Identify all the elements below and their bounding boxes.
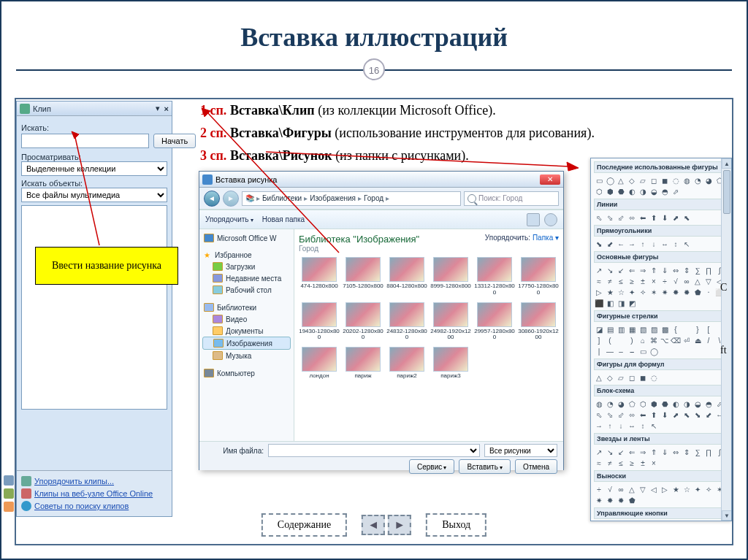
shape-item[interactable]: ⇓	[660, 265, 670, 275]
shape-item[interactable]: (	[605, 335, 615, 345]
shape-item[interactable]: △	[594, 372, 604, 383]
clip-close-button[interactable]: ×	[164, 104, 169, 113]
shape-item[interactable]: ↔	[660, 239, 670, 249]
shape-item[interactable]: ◻	[627, 372, 637, 383]
shape-item[interactable]: ⬅	[638, 212, 648, 223]
shape-item[interactable]: ◁	[649, 484, 659, 494]
shape-item[interactable]: ◍	[594, 399, 604, 409]
shape-item[interactable]: ⬢	[649, 399, 659, 409]
shape-item[interactable]: ↕	[671, 239, 681, 249]
shape-item[interactable]: ⬊	[594, 239, 604, 249]
shape-item[interactable]: ⬇	[660, 212, 670, 223]
shape-item[interactable]: ⬄	[627, 212, 637, 223]
fd-filename-input[interactable]	[268, 444, 480, 457]
thumb[interactable]: 8804-1280x800	[386, 257, 427, 296]
shape-item[interactable]: ⬟	[627, 495, 637, 505]
clip-organize-link[interactable]: Упорядочить клипы...	[21, 476, 167, 486]
sb-documents[interactable]: Документы	[202, 325, 291, 337]
shape-item[interactable]: ⬂	[605, 212, 615, 223]
shape-item[interactable]: }	[692, 324, 703, 334]
shape-item[interactable]: ∏	[703, 265, 714, 275]
shape-item[interactable]: ⬉	[682, 410, 692, 420]
clip-tips-link[interactable]: Советы по поиску клипов	[21, 501, 167, 511]
side-icon-1[interactable]	[4, 475, 14, 486]
shape-item[interactable]: ⌫	[671, 335, 681, 345]
thumb[interactable]: 19430-1280x800	[299, 302, 340, 342]
shape-item[interactable]: ⌥	[660, 335, 670, 345]
shape-item[interactable]: ⬃	[616, 410, 626, 420]
shape-item[interactable]: ⇓	[660, 447, 670, 457]
shape-item[interactable]: ⬁	[594, 410, 604, 420]
shape-item[interactable]: ]	[594, 335, 604, 345]
shape-item[interactable]: ✹	[682, 287, 692, 297]
shape-item[interactable]: ≠	[605, 276, 615, 286]
shape-item[interactable]: ▤	[605, 324, 615, 334]
shape-item[interactable]: ⇐	[627, 265, 637, 275]
shape-item[interactable]: ⌂	[638, 335, 648, 345]
shape-item[interactable]: ∏	[703, 447, 714, 457]
shape-item[interactable]: ◯	[649, 346, 659, 356]
shape-item[interactable]: ⬈	[671, 212, 681, 223]
shape-item[interactable]: ↙	[616, 447, 626, 457]
shape-item[interactable]: ⇑	[649, 447, 659, 457]
shape-item[interactable]: →	[627, 239, 637, 249]
clip-search-button[interactable]: Начать	[153, 134, 196, 148]
shape-item[interactable]: ∞	[682, 276, 692, 286]
shape-item[interactable]: ◇	[605, 372, 615, 383]
shape-item[interactable]: ⬋	[703, 410, 714, 420]
thumb[interactable]: 17750-1280x800	[518, 257, 559, 296]
sb-libraries-header[interactable]: Библиотеки	[202, 302, 291, 313]
shape-item[interactable]: √	[605, 484, 615, 494]
shape-item[interactable]: √	[671, 276, 681, 286]
shape-item[interactable]: ◑	[682, 399, 692, 409]
shape-item[interactable]: ⬡	[638, 399, 648, 409]
fd-close-button[interactable]: ✕	[540, 174, 560, 185]
thumb[interactable]: париж2	[386, 347, 427, 380]
next-slide-button[interactable]: ►	[388, 515, 411, 535]
shape-item[interactable]: ▩	[660, 324, 670, 334]
shape-item[interactable]: ✷	[594, 495, 604, 505]
shape-item[interactable]: ↓	[649, 239, 659, 249]
shape-item[interactable]: ↕	[638, 421, 648, 431]
scroll-up-icon[interactable]: ▲	[722, 158, 732, 169]
shape-item[interactable]: ▭	[594, 175, 604, 185]
shape-item[interactable]: /	[703, 335, 714, 345]
shape-item[interactable]: ⬆	[649, 212, 659, 223]
shape-item[interactable]: ✶	[649, 287, 659, 297]
shape-item[interactable]: ◼	[638, 372, 648, 383]
shape-item[interactable]: ×	[649, 458, 659, 468]
fd-insert-button[interactable]: Вставить	[459, 459, 511, 474]
shape-item[interactable]: ◩	[627, 298, 637, 308]
shape-item[interactable]: ⇔	[671, 265, 681, 275]
clip-online-link[interactable]: Клипы на веб-узле Office Online	[21, 488, 167, 499]
shape-item[interactable]: ≤	[616, 276, 626, 286]
shape-item[interactable]: ◐	[671, 399, 681, 409]
shape-item[interactable]: ⇒	[638, 447, 648, 457]
shape-item[interactable]: ▧	[638, 324, 648, 334]
shape-item[interactable]: ↙	[616, 265, 626, 275]
shape-item[interactable]: ⬊	[692, 410, 703, 420]
shape-item[interactable]: ≠	[605, 458, 615, 468]
shape-item[interactable]: ↑	[605, 421, 615, 431]
prev-slide-button[interactable]: ◄	[362, 515, 385, 535]
shape-item[interactable]: ←	[616, 239, 626, 249]
shape-item[interactable]: ◑	[638, 186, 648, 196]
thumb[interactable]: париж3	[430, 347, 471, 380]
thumb[interactable]: лондон	[299, 347, 340, 380]
shape-item[interactable]: ÷	[594, 484, 604, 494]
shape-item[interactable]: ⇑	[649, 265, 659, 275]
shape-item[interactable]: ⬣	[660, 399, 670, 409]
shape-item[interactable]: [	[703, 324, 714, 334]
shape-item[interactable]: ▭	[638, 346, 648, 356]
shape-item[interactable]: ◓	[703, 399, 714, 409]
shape-item[interactable]: ∑	[692, 447, 703, 457]
shape-item[interactable]: ⬅	[638, 410, 648, 420]
shape-item[interactable]: ⬛	[594, 298, 604, 308]
shape-item[interactable]: ✸	[605, 495, 615, 505]
sb-desktop[interactable]: Рабочий стол	[202, 284, 291, 296]
fd-sort-value[interactable]: Папка ▾	[533, 234, 559, 242]
shape-item[interactable]: ◪	[594, 324, 604, 334]
thumb[interactable]: 20202-1280x800	[343, 302, 383, 342]
sb-video[interactable]: Видео	[202, 313, 291, 325]
shape-item[interactable]: △	[692, 276, 703, 286]
